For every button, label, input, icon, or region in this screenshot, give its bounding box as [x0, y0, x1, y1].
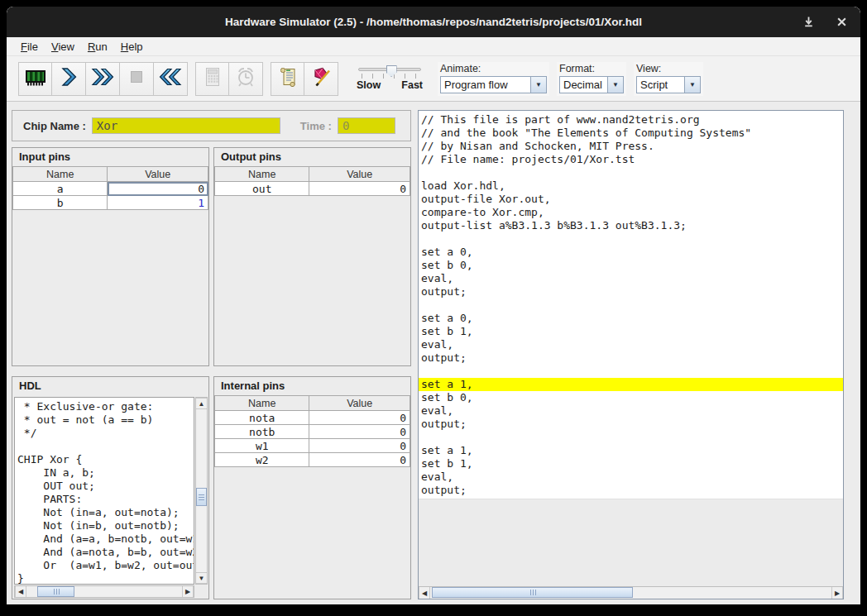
view-label: View:	[636, 63, 701, 74]
arrow-right-icon[interactable]: ▶	[182, 586, 194, 597]
animate-label: Animate:	[440, 63, 547, 74]
chip-name-label: Chip Name :	[23, 120, 86, 132]
calculator-icon	[201, 65, 224, 92]
speed-slider-track[interactable]	[358, 68, 421, 71]
script-code-line: set b 0,	[419, 391, 843, 404]
table-row: w20	[215, 453, 410, 467]
menu-help[interactable]: Help	[114, 39, 150, 55]
script-code-line: // by Nisan and Schocken, MIT Press.	[419, 140, 843, 153]
chip-name-field[interactable]: Xor	[92, 117, 280, 134]
script-code-line: eval,	[419, 272, 843, 285]
script-code-line: // and the book "The Elements of Computi…	[419, 127, 843, 140]
slider-slow-label: Slow	[357, 79, 381, 91]
step-chevron-icon	[57, 65, 80, 92]
table-row: b1	[13, 196, 208, 210]
hdl-code-line: Or (a=w1, b=w2, out=out);	[15, 559, 194, 572]
view-group: View: Script ▼	[634, 62, 703, 96]
hdl-code-line: CHIP Xor {	[15, 453, 194, 466]
animate-select[interactable]: Program flow ▼	[440, 76, 547, 93]
chevron-down-icon[interactable]: ▼	[684, 77, 700, 93]
pin-value-cell[interactable]: 0	[108, 182, 208, 196]
arrow-up-icon[interactable]: ▲	[196, 398, 207, 409]
arrow-right-icon[interactable]: ▶	[831, 587, 843, 599]
run-button[interactable]	[86, 62, 120, 96]
hdl-code-line: Not (in=b, out=notb);	[15, 519, 194, 532]
close-icon[interactable]	[834, 15, 849, 30]
format-label: Format:	[559, 63, 624, 74]
menu-bar: File View Run Help	[7, 37, 860, 56]
main-content: Chip Name : Xor Time : 0 Input pins Name…	[7, 102, 860, 604]
script-code-line: set a 1,	[419, 378, 843, 391]
column-header-name: Name	[215, 396, 309, 411]
chevron-down-icon[interactable]: ▼	[530, 77, 546, 93]
reset-button[interactable]	[154, 62, 188, 96]
script-code-line: set b 1,	[419, 457, 843, 470]
breakpoints-button[interactable]	[304, 62, 338, 96]
script-code-view: // This file is part of www.nand2tetris.…	[419, 111, 843, 586]
script-code-line: eval,	[419, 338, 843, 351]
load-chip-button[interactable]	[18, 62, 52, 96]
hdl-code-line: * Exclusive-or gate:	[15, 400, 194, 413]
output-pins-title: Output pins	[214, 148, 410, 166]
script-code-line	[419, 166, 843, 179]
chevron-down-icon[interactable]: ▼	[607, 77, 623, 93]
menu-view[interactable]: View	[45, 39, 81, 55]
hdl-title: HDL	[12, 377, 208, 395]
calculator-button[interactable]	[195, 62, 229, 96]
hdl-horizontal-scrollbar[interactable]: ◀ ▶	[14, 585, 194, 598]
hardware-simulator-window: Hardware Simulator (2.5) - /home/thomas/…	[7, 7, 860, 604]
hdl-code-line	[15, 440, 194, 453]
script-code-line: // File name: projects/01/Xor.tst	[419, 153, 843, 166]
view-select[interactable]: Script ▼	[636, 76, 701, 93]
minimize-icon[interactable]	[801, 15, 816, 30]
pin-value-cell: 0	[309, 182, 410, 196]
script-code-line	[419, 365, 843, 378]
arrow-down-icon[interactable]: ▼	[196, 572, 207, 584]
hdl-code-line: }	[15, 572, 194, 585]
menu-file[interactable]: File	[14, 39, 45, 55]
internal-pins-title: Internal pins	[214, 377, 410, 395]
script-code-line: set a 0,	[419, 246, 843, 259]
pin-value-cell[interactable]: 1	[108, 196, 208, 210]
table-row: a0	[13, 182, 208, 196]
window-title: Hardware Simulator (2.5) - /home/thomas/…	[7, 7, 860, 37]
scrollbar-thumb[interactable]	[196, 488, 207, 506]
stop-square-icon	[125, 65, 148, 92]
arrow-left-icon[interactable]: ◀	[15, 586, 26, 597]
column-header-name: Name	[13, 167, 108, 182]
table-row: w10	[215, 439, 410, 453]
load-script-button[interactable]	[271, 62, 304, 96]
table-row: nota0	[215, 411, 410, 425]
script-code-line: output;	[419, 351, 843, 365]
speed-slider: Slow Fast	[357, 66, 423, 91]
menu-run[interactable]: Run	[81, 39, 114, 55]
script-horizontal-scrollbar[interactable]: ◀ ▶	[419, 586, 843, 599]
clock-button[interactable]	[229, 62, 263, 96]
format-select[interactable]: Decimal ▼	[559, 76, 624, 93]
hdl-code-line: OUT out;	[15, 480, 194, 493]
script-code-line: output-file Xor.out,	[419, 193, 843, 206]
input-pins-table: NameValue a0 b1	[12, 166, 208, 210]
single-step-button[interactable]	[52, 62, 86, 96]
hdl-code-line: * out = not (a == b)	[15, 413, 194, 427]
script-code-line: output;	[419, 484, 843, 497]
internal-pins-table: NameValue nota0 notb0 w10 w20	[214, 395, 410, 467]
stop-button[interactable]	[120, 62, 154, 96]
script-panel: // This file is part of www.nand2tetris.…	[418, 110, 844, 599]
arrow-left-icon[interactable]: ◀	[419, 587, 430, 599]
script-code-line: set b 1,	[419, 325, 843, 338]
script-code-line: output-list a%B3.1.3 b%B3.1.3 out%B3.1.3…	[419, 219, 843, 232]
script-code-line	[419, 298, 843, 312]
slider-fast-label: Fast	[401, 79, 423, 91]
scrollbar-thumb[interactable]	[37, 586, 74, 597]
time-label: Time :	[300, 120, 332, 132]
scrollbar-thumb[interactable]	[432, 587, 633, 598]
script-code-line: eval,	[419, 470, 843, 484]
hdl-code-line: IN a, b;	[15, 466, 194, 480]
script-code-line: set a 1,	[419, 444, 843, 457]
script-code-line	[419, 232, 843, 246]
input-pins-title: Input pins	[12, 148, 208, 166]
hdl-vertical-scrollbar[interactable]: ▲ ▼	[195, 397, 208, 585]
hdl-panel: HDL * Exclusive-or gate: * out = not (a …	[12, 376, 209, 599]
script-code-line: // This file is part of www.nand2tetris.…	[419, 113, 843, 127]
